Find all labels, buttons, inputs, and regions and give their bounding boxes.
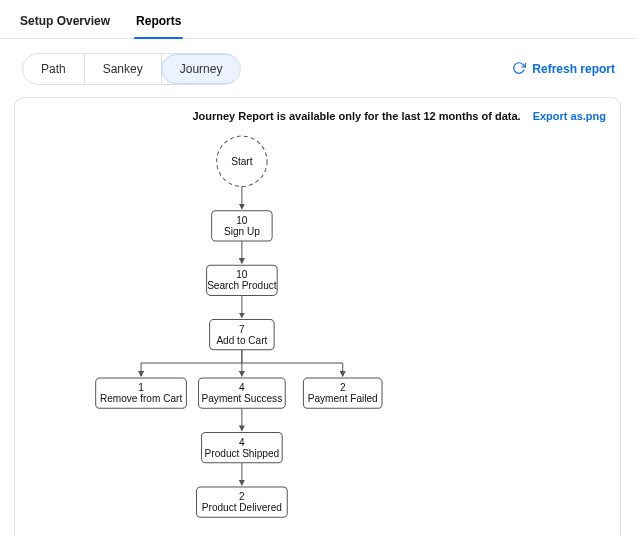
- node-remove-from-cart: 1 Remove from Cart: [96, 378, 187, 408]
- availability-note: Journey Report is available only for the…: [192, 110, 520, 122]
- export-as-png-button[interactable]: Export as.png: [533, 110, 606, 122]
- journey-flowchart: Start 10 Sign Up 10 Search Product: [15, 122, 620, 537]
- svg-text:Product Delivered: Product Delivered: [202, 502, 282, 513]
- svg-text:4: 4: [239, 437, 245, 448]
- svg-text:4: 4: [239, 382, 245, 393]
- refresh-icon: [512, 61, 526, 78]
- node-product-delivered: 2 Product Delivered: [197, 487, 288, 517]
- svg-text:Sign Up: Sign Up: [224, 226, 260, 237]
- segment-journey[interactable]: Journey: [161, 54, 242, 84]
- node-start: Start: [217, 136, 267, 186]
- segment-path[interactable]: Path: [23, 54, 85, 84]
- report-panel: Journey Report is available only for the…: [14, 97, 621, 537]
- node-sign-up: 10 Sign Up: [212, 211, 273, 241]
- panel-header: Journey Report is available only for the…: [15, 98, 620, 122]
- svg-text:Start: Start: [231, 156, 252, 167]
- svg-text:2: 2: [340, 382, 346, 393]
- svg-text:Payment Failed: Payment Failed: [308, 393, 378, 404]
- svg-text:Remove from Cart: Remove from Cart: [100, 393, 183, 404]
- node-payment-success: 4 Payment Success: [199, 378, 286, 408]
- sub-bar: Path Sankey Journey Refresh report: [0, 39, 635, 85]
- node-search-product: 10 Search Product: [207, 265, 278, 295]
- node-product-shipped: 4 Product Shipped: [202, 433, 283, 463]
- svg-text:2: 2: [239, 491, 245, 502]
- tab-setup-overview[interactable]: Setup Overview: [18, 8, 112, 38]
- refresh-report-button[interactable]: Refresh report: [512, 61, 619, 78]
- refresh-report-label: Refresh report: [532, 62, 615, 76]
- segment-sankey[interactable]: Sankey: [85, 54, 162, 84]
- top-tabs: Setup Overview Reports: [0, 0, 635, 39]
- node-add-to-cart: 7 Add to Cart: [210, 320, 275, 350]
- svg-text:7: 7: [239, 324, 245, 335]
- svg-text:Search Product: Search Product: [207, 280, 277, 291]
- svg-text:10: 10: [236, 215, 248, 226]
- svg-text:Payment Success: Payment Success: [202, 393, 283, 404]
- report-type-segmented: Path Sankey Journey: [22, 53, 241, 85]
- node-payment-failed: 2 Payment Failed: [303, 378, 382, 408]
- svg-text:Add to Cart: Add to Cart: [216, 335, 267, 346]
- svg-text:Product Shipped: Product Shipped: [205, 448, 280, 459]
- svg-text:10: 10: [236, 269, 248, 280]
- svg-text:1: 1: [138, 382, 144, 393]
- tab-reports[interactable]: Reports: [134, 8, 183, 38]
